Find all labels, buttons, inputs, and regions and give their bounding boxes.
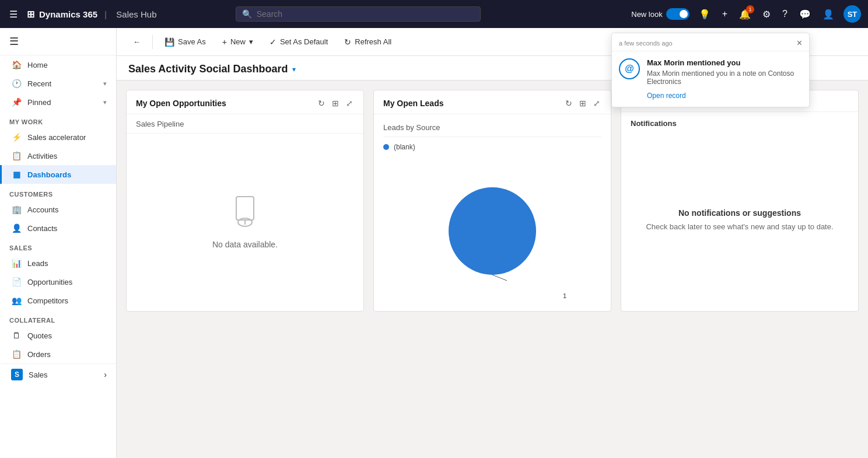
brand-divider: | [104,9,107,19]
notifications-section-label: Notifications [621,112,686,128]
add-button[interactable]: + [720,6,730,22]
back-icon: ← [133,37,141,46]
notif-content: Max Morin mentioned you Max Morin mentio… [647,58,802,100]
pin-icon: 📌 [11,97,22,107]
set-default-label: Set As Default [280,37,328,46]
hamburger-menu-button[interactable]: ☰ [7,6,20,22]
notification-button[interactable]: 🔔 1 [737,6,753,22]
card-title-leads: My Open Leads [383,99,443,108]
sidebar-item-dashboards[interactable]: ▦ Dashboards [0,165,116,184]
person-button[interactable]: 👤 [820,6,836,22]
back-button[interactable]: ← [126,34,148,50]
sidebar-section-mywork: ⚡ Sales accelerator 📋 Activities ▦ Dashb… [0,128,116,184]
search-input[interactable] [257,9,474,19]
sidebar-item-activities[interactable]: 📋 Activities [0,146,116,165]
notif-close-button[interactable]: × [797,38,802,48]
pie-chart [440,179,545,284]
sidebar-section-collateral-label: Collateral [0,310,116,326]
card-expand-button-opp[interactable]: ⤢ [345,97,354,109]
save-as-label: Save As [178,37,206,46]
accounts-icon: 🏢 [11,205,22,214]
new-look-toggle: New look [631,8,689,20]
chart-legend: (blank) [383,143,601,151]
save-as-icon: 💾 [164,37,174,47]
card-refresh-button-opp[interactable]: ↻ [317,97,326,109]
chat-button[interactable]: 💬 [797,6,813,22]
chart-value-label: 1 [563,292,566,299]
sidebar-hamburger[interactable]: ☰ [0,28,116,55]
sidebar-section-sales: 📊 Leads 📄 Opportunities 👥 Competitors [0,254,116,310]
dashboard-grid: My Open Opportunities ↻ ⊞ ⤢ Sales Pipeli… [117,81,868,458]
save-as-button[interactable]: 💾 Save As [158,34,213,50]
sidebar-item-competitors[interactable]: 👥 Competitors [0,291,116,310]
card-body-leads: Leads by Source (blank) 1 [374,114,611,311]
settings-button[interactable]: ⚙ [760,6,773,22]
card-expand-button-leads[interactable]: ⤢ [592,97,601,109]
leads-icon: 📊 [11,258,22,268]
refresh-all-button[interactable]: ↻ Refresh All [337,34,398,50]
opportunities-icon: 📄 [11,277,22,286]
sidebar-item-quotes[interactable]: 🗒 Quotes [0,326,116,345]
notif-body: @ Max Morin mentioned you Max Morin ment… [612,51,809,107]
search-bar: 🔍 [236,6,481,22]
sidebar-section-top: 🏠 Home 🕐 Recent ▾ 📌 Pinned ▾ [0,55,116,111]
no-notif-title: No notifications or suggestions [678,208,801,218]
no-data-text: No data available. [212,240,278,249]
set-default-button[interactable]: ✓ Set As Default [262,34,335,50]
notification-badge: 1 [746,5,754,13]
new-look-label: New look [631,10,662,19]
sidebar-item-sales-accelerator[interactable]: ⚡ Sales accelerator [0,128,116,146]
card-subtitle-opportunities: Sales Pipeline [136,120,184,128]
refresh-icon: ↻ [344,37,351,47]
dashboard-dropdown-icon[interactable]: ▾ [292,65,296,74]
new-dropdown-icon: ▾ [249,37,253,46]
avatar-button[interactable]: ST [844,5,861,23]
sidebar-item-home[interactable]: 🏠 Home [0,55,116,74]
chevron-down-icon: ▾ [103,80,107,88]
arrow-right-icon: › [104,370,107,379]
checkmark-icon: ✓ [270,37,276,47]
new-look-switch[interactable] [666,8,690,20]
sidebar-bottom-sales[interactable]: S Sales › [0,363,116,385]
sidebar-item-opportunities[interactable]: 📄 Opportunities [0,272,116,291]
card-view-button-opp[interactable]: ⊞ [331,97,340,109]
card-view-button-leads[interactable]: ⊞ [578,97,587,109]
card-refresh-button-leads[interactable]: ↻ [564,97,573,109]
notif-open-record-link[interactable]: Open record [647,92,686,100]
sidebar-item-leads[interactable]: 📊 Leads [0,254,116,272]
card-body-assistant: No notifications or suggestions Check ba… [621,128,858,311]
sidebar-item-recent[interactable]: 🕐 Recent ▾ [0,74,116,93]
sidebar-label-leads: Leads [27,259,48,268]
card-header-leads: My Open Leads ↻ ⊞ ⤢ [374,90,611,114]
sidebar-item-accounts[interactable]: 🏢 Accounts [0,200,116,219]
brand-logo: ⊞ Dynamics 365 | Sales Hub [27,9,157,20]
card-subtitle-leads: Leads by Source [383,123,440,132]
dashboards-icon: ▦ [11,170,22,179]
card-header-opportunities: My Open Opportunities ↻ ⊞ ⤢ [127,90,363,114]
new-plus-icon: + [222,37,227,47]
card-body-opportunities: No data available. [127,134,363,311]
no-notif-text: Check back later to see what's new and s… [646,222,833,231]
legend-label: (blank) [394,143,415,151]
sidebar-section-mywork-label: My Work [0,111,116,128]
svg-line-4 [492,275,507,281]
new-button[interactable]: + New ▾ [215,34,260,50]
sidebar-label-dashboards: Dashboards [27,170,71,179]
sidebar-bottom-label: Sales [29,370,48,379]
sidebar-item-pinned[interactable]: 📌 Pinned ▾ [0,93,116,111]
lightbulb-icon-button[interactable]: 💡 [696,6,713,22]
card-assistant: Assistant Notifications No notifications… [621,90,859,312]
recent-icon: 🕐 [11,79,22,88]
sidebar-label-opportunities: Opportunities [27,278,72,286]
sidebar-item-contacts[interactable]: 👤 Contacts [0,219,116,237]
sidebar-section-collateral: 🗒 Quotes 📋 Orders [0,326,116,363]
toolbar-separator-1 [152,35,153,49]
main-layout: ☰ 🏠 Home 🕐 Recent ▾ 📌 Pinned ▾ My Work ⚡ [0,28,868,458]
sidebar-item-orders[interactable]: 📋 Orders [0,345,116,363]
sidebar-label-home: Home [27,61,48,69]
top-nav-right: New look 💡 + 🔔 1 ⚙ ? 💬 👤 ST [631,5,861,23]
help-button[interactable]: ? [780,6,790,22]
sidebar-label-competitors: Competitors [27,296,68,305]
no-data-icon [230,195,260,233]
sales-accelerator-icon: ⚡ [11,132,22,142]
